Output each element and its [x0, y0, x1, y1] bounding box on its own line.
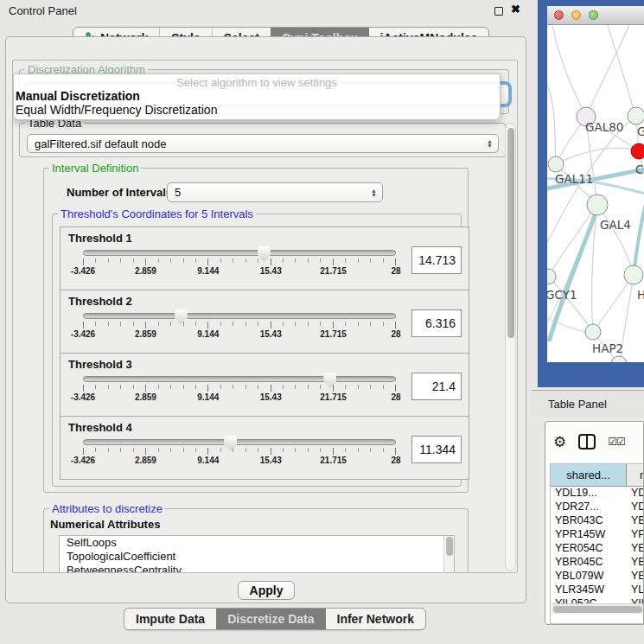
attributes-scrollbar-thumb[interactable]: [446, 537, 453, 556]
cell-shared-name[interactable]: YBR043C: [551, 514, 627, 528]
network-edge[interactable]: [552, 25, 586, 117]
threshold-3-box: Threshold 3-3.4262.8599.14415.4321.71528…: [60, 353, 469, 417]
cell-name[interactable]: YBR0: [627, 556, 643, 570]
network-edge[interactable]: [549, 208, 597, 341]
tab-discretize-data[interactable]: Discretize Data: [216, 609, 325, 629]
network-node-gcy1[interactable]: [547, 269, 556, 284]
num-intervals-value: 5: [175, 186, 181, 199]
attribute-item[interactable]: TopologicalCoefficient: [60, 550, 454, 564]
table-row[interactable]: YBL079WYBL0: [551, 570, 643, 583]
network-window-titlebar[interactable]: [547, 6, 644, 25]
tab-infer-network[interactable]: Infer Network: [326, 609, 425, 629]
close-icon[interactable]: ✖: [511, 3, 520, 16]
network-edge[interactable]: [593, 275, 634, 332]
tick-label: -3.426: [71, 456, 95, 465]
num-intervals-combobox[interactable]: 5 ▲▼: [167, 182, 383, 202]
network-edge[interactable]: [597, 205, 634, 275]
table-panel-header: Table Panel: [532, 390, 644, 418]
table-row[interactable]: YBR043CYBR0: [551, 514, 643, 528]
cell-name[interactable]: YPR1: [627, 528, 643, 542]
network-edge[interactable]: [548, 205, 597, 277]
cell-shared-name[interactable]: YLR345W: [551, 583, 627, 597]
dropdown-option-manual[interactable]: Manual Discretization: [14, 89, 500, 103]
network-window[interactable]: GAL80GACGAL11GAL4GCY1HHAP2: [538, 0, 644, 387]
cell-shared-name[interactable]: YBR045C: [551, 556, 627, 570]
cell-name[interactable]: YDL1: [627, 487, 643, 501]
table-row[interactable]: YDR27...YDR2: [551, 501, 643, 514]
cell-name[interactable]: YLR3: [627, 583, 643, 597]
cell-name[interactable]: YBL0: [627, 570, 643, 583]
network-node-gal4[interactable]: [587, 194, 608, 215]
column-header-name[interactable]: name: [627, 464, 643, 486]
threshold-value-field[interactable]: 11.344: [411, 436, 462, 463]
network-edge[interactable]: [634, 194, 644, 275]
apply-button[interactable]: Apply: [238, 581, 295, 600]
tick-label: 28: [391, 329, 400, 339]
cell-name[interactable]: YER0: [627, 542, 643, 556]
thresholds-container: Threshold 1-3.4262.8599.14415.4321.71528…: [53, 214, 461, 486]
minimize-traffic-light-icon[interactable]: [571, 10, 581, 20]
table-hscrollbar-thumb[interactable]: [553, 606, 642, 613]
table-panel-toolbar: ⚙ ☑☑: [545, 422, 643, 462]
table-row[interactable]: YLR345WYLR3: [551, 583, 643, 597]
network-node-h[interactable]: [624, 265, 643, 284]
checked-checkboxes-icon[interactable]: ☑☑: [608, 436, 625, 448]
network-edge[interactable]: [556, 148, 639, 164]
table-row[interactable]: YDL19...YDL1: [551, 487, 643, 501]
stepper-arrows-icon[interactable]: ▲▼: [371, 188, 377, 197]
tab-impute-data[interactable]: Impute Data: [124, 609, 216, 629]
network-node-hap2[interactable]: [585, 324, 601, 340]
threshold-value-field[interactable]: 21.4: [411, 373, 462, 400]
threshold-slider[interactable]: -3.4262.8599.14415.4321.71528: [83, 250, 396, 277]
slider-track[interactable]: [83, 313, 396, 319]
node-label-gal4: GAL4: [600, 218, 631, 232]
attribute-item[interactable]: BetweennessCentrality: [60, 564, 454, 573]
slider-track[interactable]: [83, 376, 396, 382]
algorithm-dropdown: Select algorithm to view settings Manual…: [13, 73, 501, 120]
cell-shared-name[interactable]: YPR145W: [551, 528, 627, 542]
cell-shared-name[interactable]: YBL079W: [551, 570, 627, 583]
network-node-gal[interactable]: [628, 107, 644, 124]
close-traffic-light-icon[interactable]: [554, 10, 564, 20]
cell-name[interactable]: YDR2: [627, 501, 643, 514]
threshold-value-field[interactable]: 6.316: [411, 309, 462, 337]
dropdown-option-equal-width[interactable]: Equal Width/Frequency Discretization: [14, 103, 500, 117]
table-data-groupbox: Table Data galFiltered.sif default node …: [19, 123, 506, 157]
threshold-2-box: Threshold 2-3.4262.8599.14415.4321.71528…: [60, 290, 469, 354]
table-row[interactable]: YBR045CYBR0: [551, 556, 643, 570]
attribute-item[interactable]: SelfLoops: [60, 536, 454, 550]
threshold-slider[interactable]: -3.4262.8599.14415.4321.71528: [83, 376, 396, 403]
stepper-arrows-icon[interactable]: ▲▼: [487, 139, 493, 148]
network-canvas[interactable]: GAL80GACGAL11GAL4GCY1HHAP2: [547, 25, 644, 362]
slider-ticks: [83, 385, 396, 392]
cell-shared-name[interactable]: YDR27...: [551, 501, 627, 514]
network-node-rednode[interactable]: [631, 143, 644, 159]
network-edge[interactable]: [608, 25, 635, 117]
slider-track[interactable]: [83, 250, 396, 256]
cell-shared-name[interactable]: YDL19...: [551, 487, 627, 501]
cell-shared-name[interactable]: YER054C: [551, 542, 627, 556]
network-edge[interactable]: [547, 75, 556, 164]
zoom-traffic-light-icon[interactable]: [589, 10, 598, 20]
attributes-scrollbar[interactable]: [443, 536, 454, 573]
float-window-icon[interactable]: [494, 7, 503, 16]
settings-scrollbar[interactable]: [505, 123, 516, 571]
numerical-attributes-list[interactable]: SelfLoopsTopologicalCoefficientBetweenne…: [59, 535, 455, 573]
table-row[interactable]: YPR145WYPR1: [551, 528, 643, 542]
table-hscrollbar[interactable]: [552, 603, 643, 614]
threshold-slider[interactable]: -3.4262.8599.14415.4321.71528: [83, 439, 396, 466]
settings-scrollbar-thumb[interactable]: [507, 128, 514, 338]
table-data-combobox[interactable]: galFiltered.sif default node ▲▼: [27, 134, 499, 153]
slider-track[interactable]: [83, 439, 396, 445]
table-row[interactable]: YER054CYER0: [551, 542, 643, 556]
threshold-slider[interactable]: -3.4262.8599.14415.4321.71528: [83, 313, 396, 340]
column-header-shared[interactable]: shared...: [551, 464, 627, 486]
tick-label: 2.859: [135, 392, 156, 402]
tick-label: 15.43: [260, 329, 282, 339]
split-columns-icon[interactable]: [577, 433, 596, 450]
gear-icon[interactable]: ⚙: [553, 435, 566, 450]
network-node-gal11[interactable]: [548, 156, 564, 172]
cell-name[interactable]: YBR0: [627, 514, 643, 528]
network-edge[interactable]: [586, 25, 629, 117]
threshold-value-field[interactable]: 14.713: [411, 246, 462, 274]
